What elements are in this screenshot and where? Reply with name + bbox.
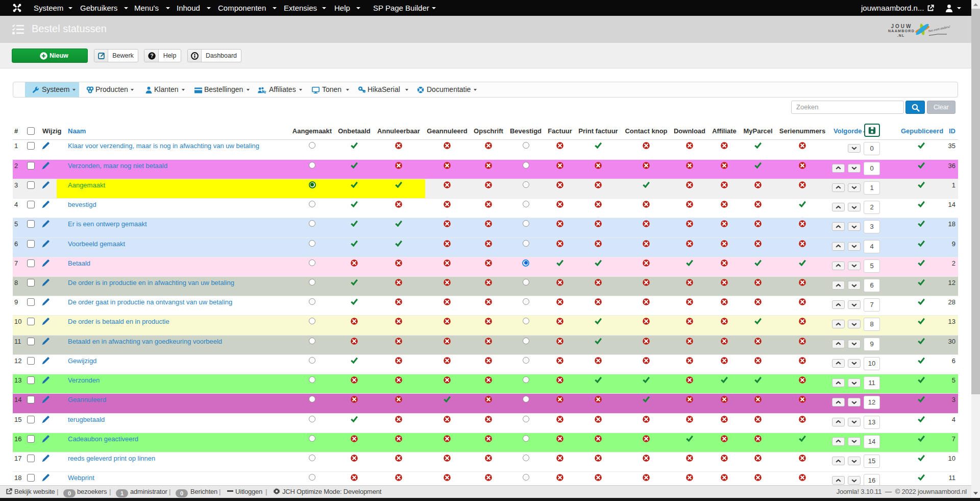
svg-text:?: ? xyxy=(150,53,153,59)
